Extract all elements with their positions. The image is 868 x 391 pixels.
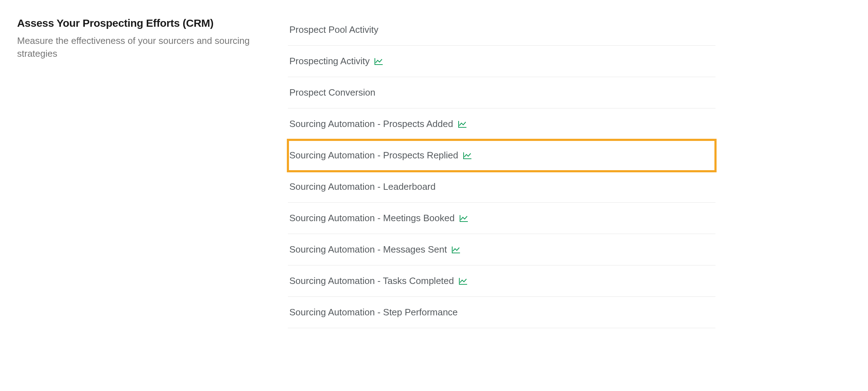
report-label: Sourcing Automation - Messages Sent [289,244,447,255]
report-item[interactable]: Sourcing Automation - Messages Sent [288,234,715,265]
report-item[interactable]: Sourcing Automation - Prospects Added [288,108,715,140]
chart-icon [452,246,460,253]
chart-icon [374,58,383,65]
report-label: Sourcing Automation - Tasks Completed [289,275,454,286]
report-label: Sourcing Automation - Leaderboard [289,181,436,192]
section-header: Assess Your Prospecting Efforts (CRM) Me… [17,14,267,328]
report-item[interactable]: Prospect Conversion [288,77,715,108]
section-title: Assess Your Prospecting Efforts (CRM) [17,17,267,29]
report-label: Sourcing Automation - Step Performance [289,307,458,318]
report-list: Prospect Pool ActivityProspecting Activi… [288,14,715,328]
report-item[interactable]: Sourcing Automation - Step Performance [288,297,715,328]
chart-icon [463,152,472,159]
report-label: Sourcing Automation - Meetings Booked [289,213,455,224]
report-label: Sourcing Automation - Prospects Added [289,118,453,130]
report-list-panel: Prospect Pool ActivityProspecting Activi… [288,14,715,328]
report-label: Prospect Conversion [289,87,375,98]
report-label: Sourcing Automation - Prospects Replied [289,150,458,161]
report-item[interactable]: Prospecting Activity [288,46,715,77]
report-label: Prospecting Activity [289,56,370,67]
report-item[interactable]: Sourcing Automation - Leaderboard [288,171,715,203]
chart-icon [459,278,467,285]
report-item[interactable]: Sourcing Automation - Prospects Replied [288,140,715,171]
report-item[interactable]: Sourcing Automation - Tasks Completed [288,265,715,297]
report-label: Prospect Pool Activity [289,24,378,35]
section-subtitle: Measure the effectiveness of your source… [17,34,267,60]
chart-icon [458,121,467,128]
report-item[interactable]: Sourcing Automation - Meetings Booked [288,203,715,234]
report-item[interactable]: Prospect Pool Activity [288,14,715,46]
chart-icon [460,215,468,222]
